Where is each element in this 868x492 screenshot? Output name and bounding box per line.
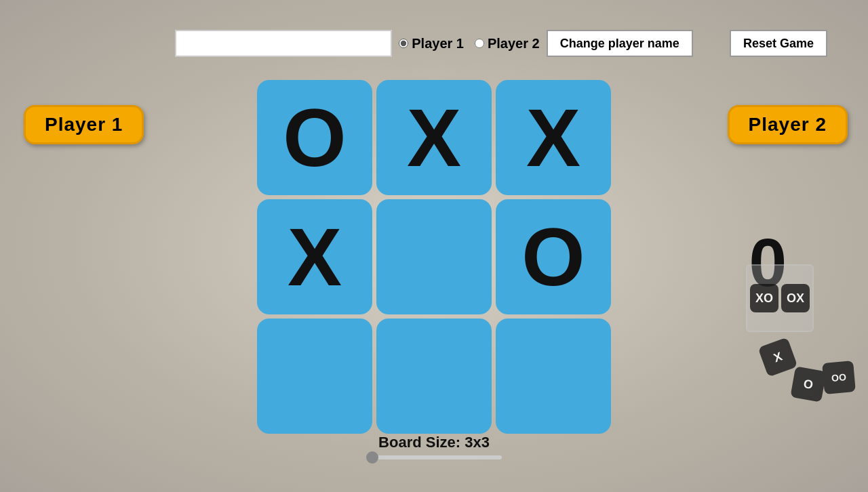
cell-mark-0-1: X (407, 97, 461, 178)
cell-mark-1-2: O (521, 216, 585, 298)
player2-radio-text: Player 2 (488, 36, 540, 52)
cell-1-1[interactable] (376, 199, 492, 314)
board-size-container: Board Size: 3x3 (366, 434, 502, 459)
die-4: O (790, 366, 826, 402)
player1-radio-label[interactable]: Player 1 (399, 36, 464, 52)
player1-label: Player 1 (45, 114, 123, 135)
player-name-input[interactable] (175, 30, 392, 57)
player1-radio-text: Player 1 (412, 36, 464, 52)
board-size-label: Board Size: 3x3 (378, 434, 490, 451)
player2-badge: Player 2 (728, 105, 848, 144)
cell-mark-0-2: X (526, 97, 580, 178)
player1-badge: Player 1 (24, 105, 144, 144)
dice-decoration: XO OX X O OO (732, 264, 868, 413)
player1-radio[interactable] (399, 39, 408, 48)
die-3: X (758, 337, 798, 377)
cell-2-2[interactable] (496, 319, 611, 434)
board-size-slider[interactable] (366, 455, 502, 459)
cell-0-0[interactable]: O (257, 80, 372, 195)
cell-mark-0-0: O (283, 97, 346, 178)
player2-label: Player 2 (749, 114, 827, 135)
game-board: OXXXO (257, 80, 611, 434)
cell-2-0[interactable] (257, 319, 372, 434)
player-radio-group: Player 1 Player 2 (399, 36, 539, 52)
cell-0-1[interactable]: X (376, 80, 492, 195)
die-1: XO (750, 284, 778, 312)
cell-1-2[interactable]: O (496, 199, 611, 314)
player2-radio-label[interactable]: Player 2 (475, 36, 540, 52)
player2-radio[interactable] (475, 39, 484, 48)
cell-2-1[interactable] (376, 319, 492, 434)
cell-mark-1-0: X (288, 216, 342, 298)
die-2: OX (781, 284, 810, 312)
dice-box: XO OX (746, 264, 814, 332)
reset-game-button[interactable]: Reset Game (730, 30, 827, 57)
change-name-button[interactable]: Change player name (547, 30, 693, 57)
cell-1-0[interactable]: X (257, 199, 372, 314)
cell-0-2[interactable]: X (496, 80, 611, 195)
die-5: OO (822, 361, 856, 394)
